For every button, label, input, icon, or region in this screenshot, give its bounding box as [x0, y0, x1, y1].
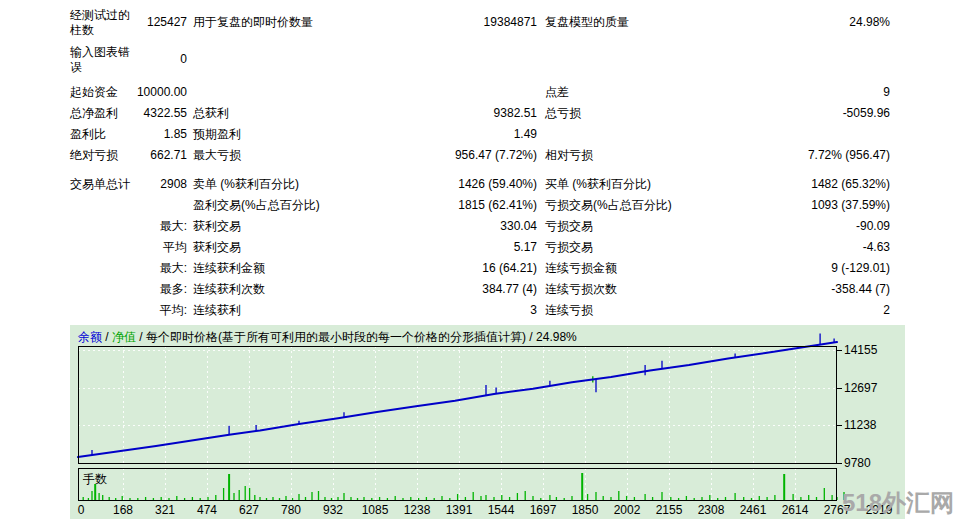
y-axis-tick-label: 12697	[844, 381, 894, 396]
x-axis-tick-label: 1238	[397, 503, 437, 517]
x-axis-tick-label: 321	[145, 503, 185, 517]
y-axis-tick-label: 11238	[844, 418, 894, 433]
x-axis-tick-label: 1391	[439, 503, 479, 517]
stats-value: 最大:	[100, 219, 187, 234]
stats-table: 经测试过的柱数125427用于复盘的即时价数量19384871复盘模型的质量24…	[0, 0, 957, 325]
stats-value: 3	[375, 303, 537, 318]
watermark: 518外汇网	[842, 487, 954, 519]
stats-value: 384.77 (4)	[375, 282, 537, 297]
y-axis-tick-label: 9780	[844, 456, 894, 471]
x-axis-tick-label: 0	[61, 503, 101, 517]
x-axis-tick-label: 780	[271, 503, 311, 517]
stats-value: -90.09	[720, 219, 890, 234]
x-axis-tick-label: 168	[103, 503, 143, 517]
stats-value: 1093 (37.59%)	[720, 198, 890, 213]
stats-value: 2908	[100, 177, 187, 192]
x-axis-tick-label: 2155	[649, 503, 689, 517]
stats-value: 9382.51	[375, 106, 537, 121]
stats-value: -5059.96	[720, 106, 890, 121]
stats-value: 1.49	[375, 127, 537, 142]
stats-value: 16 (64.21)	[375, 261, 537, 276]
x-axis-tick-label: 474	[187, 503, 227, 517]
stats-value: 125427	[100, 15, 187, 30]
x-axis-tick-label: 1850	[565, 503, 605, 517]
chart-panel: 余额 / 净值 / 每个即时价格(基于所有可利用的最小时段的每一个价格的分形插值…	[70, 325, 905, 519]
stats-value: 9	[720, 85, 890, 100]
stats-value: -358.44 (7)	[720, 282, 890, 297]
stats-value: 662.71	[100, 148, 187, 163]
x-axis-tick-label: 1544	[481, 503, 521, 517]
stats-value: 平均	[100, 240, 187, 255]
backtest-report: 经测试过的柱数125427用于复盘的即时价数量19384871复盘模型的质量24…	[0, 0, 957, 526]
y-axis-tick-label: 14155	[844, 343, 894, 358]
stats-value: 0	[100, 52, 187, 67]
stats-value: 9 (-129.01)	[720, 261, 890, 276]
x-axis-tick-label: 2308	[691, 503, 731, 517]
x-axis-tick-label: 627	[229, 503, 269, 517]
stats-value: 1426 (59.40%)	[375, 177, 537, 192]
stats-row: 绝对亏损662.71最大亏损956.47 (7.72%)相对亏损7.72% (9…	[0, 148, 957, 178]
stats-value: 2	[720, 303, 890, 318]
x-axis-tick-label: 2002	[607, 503, 647, 517]
stats-value: 5.17	[375, 240, 537, 255]
x-axis-tick-label: 932	[313, 503, 353, 517]
x-axis-tick-label: 2461	[733, 503, 773, 517]
x-axis-tick-label: 1697	[523, 503, 563, 517]
balance-curve-chart	[70, 325, 905, 519]
stats-value: 1.85	[100, 127, 187, 142]
lots-label: 手数	[83, 471, 107, 488]
stats-value: 10000.00	[100, 85, 187, 100]
x-axis-tick-label: 1085	[355, 503, 395, 517]
stats-value: 330.04	[375, 219, 537, 234]
stats-value: 最大:	[100, 261, 187, 276]
stats-value: 19384871	[375, 15, 537, 30]
stats-value: 4322.55	[100, 106, 187, 121]
stats-value: 1482 (65.32%)	[720, 177, 890, 192]
stats-row: 经测试过的柱数125427用于复盘的即时价数量19384871复盘模型的质量24…	[0, 8, 957, 38]
stats-value: -4.63	[720, 240, 890, 255]
stats-value: 7.72% (956.47)	[720, 148, 890, 163]
stats-value: 24.98%	[720, 15, 890, 30]
stats-value: 1815 (62.41%)	[375, 198, 537, 213]
x-axis-tick-label: 2614	[775, 503, 815, 517]
stats-value: 956.47 (7.72%)	[375, 148, 537, 163]
stats-value: 最多:	[100, 282, 187, 297]
stats-row: 输入图表错误0	[0, 45, 957, 75]
stats-value: 平均:	[100, 303, 187, 318]
